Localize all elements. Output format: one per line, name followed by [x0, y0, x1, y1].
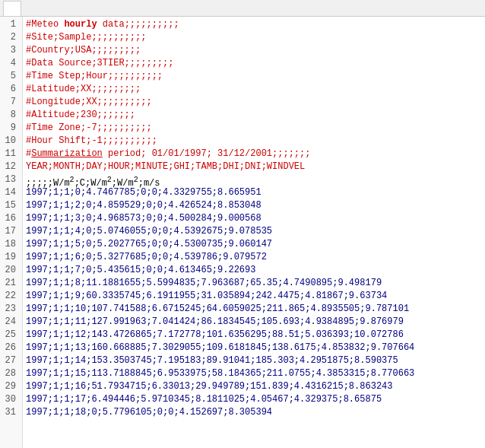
- line-number: 17: [3, 225, 19, 238]
- title-bar: [0, 0, 485, 17]
- code-line: 1997;1;1;18;0;5.7796105;0;0;4.152697;8.3…: [26, 406, 482, 419]
- line-number: 1: [3, 18, 19, 31]
- code-line: #Altitude;230;;;;;;;: [26, 109, 482, 122]
- line-number: 6: [3, 83, 19, 96]
- code-line: #Longitude;XX;;;;;;;;;;: [26, 96, 482, 109]
- line-number: 10: [3, 135, 19, 148]
- code-line: #Meteo hourly data;;;;;;;;;;: [26, 18, 482, 31]
- line-number: 18: [3, 238, 19, 251]
- line-number: 3: [3, 44, 19, 57]
- code-area: #Meteo hourly data;;;;;;;;;;#Site;Sample…: [23, 17, 485, 448]
- line-number: 7: [3, 96, 19, 109]
- line-number: 4: [3, 57, 19, 70]
- line-number: 8: [3, 109, 19, 122]
- code-line: 1997;1;1;12;143.4726865;7.172778;101.635…: [26, 329, 482, 342]
- code-line: 1997;1;1;0;4.7467785;0;0;4.3329755;8.665…: [26, 186, 482, 199]
- code-line: #Data Source;3TIER;;;;;;;;;: [26, 57, 482, 70]
- file-tab[interactable]: [3, 1, 21, 16]
- code-line: 1997;1;1;5;0;5.2027765;0;0;4.5300735;9.0…: [26, 238, 482, 251]
- code-line: 1997;1;1;11;127.991963;7.041424;86.18345…: [26, 316, 482, 329]
- code-line: 1997;1;1;9;60.3335745;6.1911955;31.03589…: [26, 290, 482, 303]
- code-line: #Country;USA;;;;;;;;;: [26, 44, 482, 57]
- line-number: 22: [3, 290, 19, 303]
- code-line: 1997;1;1;8;11.1881655;5.5994835;7.963687…: [26, 277, 482, 290]
- code-line: ;;;;;W/m2;C;W/m2;W/m2;m/s: [26, 173, 482, 186]
- code-line: #Time Zone;-7;;;;;;;;;;: [26, 122, 482, 135]
- line-number: 29: [3, 380, 19, 393]
- line-number: 11: [3, 148, 19, 160]
- hourly-keyword: hourly: [64, 19, 97, 30]
- line-number: 13: [3, 173, 19, 186]
- code-line: YEAR;MONTH;DAY;HOUR;MINUTE;GHI;TAMB;DHI;…: [26, 160, 482, 173]
- line-number: 20: [3, 264, 19, 277]
- line-numbers: 1234567891011121314151617181920212223242…: [0, 17, 23, 448]
- code-line: #Site;Sample;;;;;;;;;;: [26, 31, 482, 44]
- line-number: 12: [3, 160, 19, 173]
- line-number: 2: [3, 31, 19, 44]
- line-number: 25: [3, 329, 19, 342]
- code-line: #Time Step;Hour;;;;;;;;;;: [26, 70, 482, 83]
- code-line: 1997;1;1;2;0;4.859529;0;0;4.426524;8.853…: [26, 199, 482, 212]
- code-line: 1997;1;1;15;113.7188845;6.9533975;58.184…: [26, 367, 482, 380]
- line-number: 19: [3, 251, 19, 264]
- code-line: 1997;1;1;10;107.741588;6.6715245;64.6059…: [26, 303, 482, 316]
- content-area: 1234567891011121314151617181920212223242…: [0, 17, 485, 448]
- code-line: #Hour Shift;-1;;;;;;;;;;: [26, 135, 482, 148]
- code-line: 1997;1;1;14;153.3503745;7.195183;89.9104…: [26, 354, 482, 367]
- code-line: 1997;1;1;16;51.7934715;6.33013;29.949789…: [26, 380, 482, 393]
- line-number: 24: [3, 316, 19, 329]
- code-line: 1997;1;1;3;0;4.968573;0;0;4.500284;9.000…: [26, 212, 482, 225]
- line-number: 9: [3, 122, 19, 135]
- code-line: 1997;1;1;17;6.494446;5.9710345;8.1811025…: [26, 393, 482, 406]
- code-line: 1997;1;1;13;160.668885;7.3029055;109.618…: [26, 342, 482, 354]
- line-number: 28: [3, 367, 19, 380]
- code-line: #Latitude;XX;;;;;;;;;: [26, 83, 482, 96]
- line-number: 15: [3, 199, 19, 212]
- line-number: 30: [3, 393, 19, 406]
- line-number: 31: [3, 406, 19, 419]
- line-number: 21: [3, 277, 19, 290]
- line-number: 27: [3, 354, 19, 367]
- code-line: #Summarization period; 01/01/1997; 31/12…: [26, 148, 482, 160]
- line-number: 5: [3, 70, 19, 83]
- code-line: 1997;1;1;7;0;5.435615;0;0;4.613465;9.226…: [26, 264, 482, 277]
- line-number: 14: [3, 186, 19, 199]
- code-line: 1997;1;1;6;0;5.3277685;0;0;4.539786;9.07…: [26, 251, 482, 264]
- line-number: 16: [3, 212, 19, 225]
- line-number: 26: [3, 342, 19, 354]
- code-line: 1997;1;1;4;0;5.0746055;0;0;4.5392675;9.0…: [26, 225, 482, 238]
- line-number: 23: [3, 303, 19, 316]
